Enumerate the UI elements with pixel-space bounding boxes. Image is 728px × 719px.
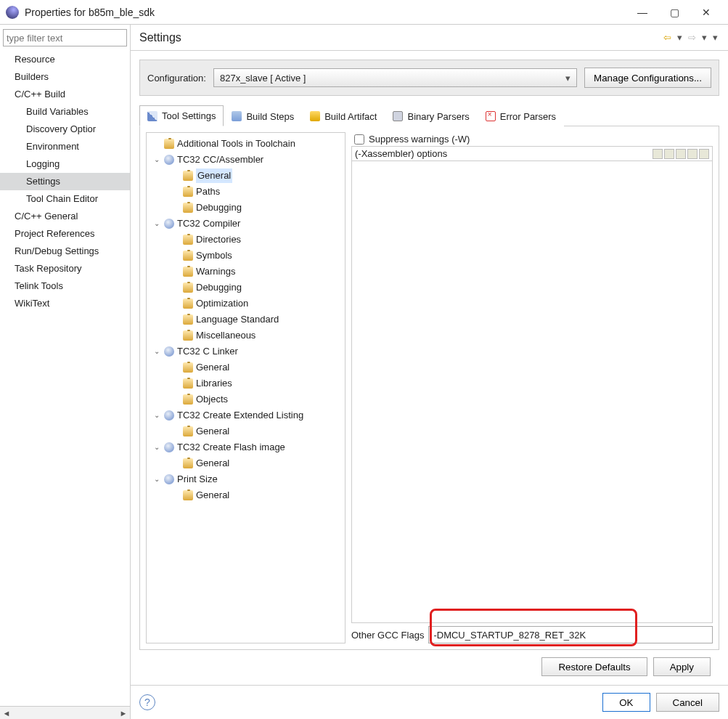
suppress-warnings-checkbox[interactable] xyxy=(354,134,364,145)
tool-node-debugging[interactable]: Debugging xyxy=(150,200,342,216)
tool-node-general[interactable]: General xyxy=(150,360,342,375)
expand-icon[interactable]: ⌄ xyxy=(152,153,161,167)
minimize-button[interactable]: — xyxy=(626,1,658,24)
sidebar-item-discovery-optior[interactable]: Discovery Optior xyxy=(0,121,130,138)
sidebar-item-telink-tools[interactable]: Telink Tools xyxy=(0,277,130,295)
tab-label: Error Parsers xyxy=(500,111,556,122)
other-flags-row: Other GCC Flags -DMCU_STARTUP_8278_RET_3… xyxy=(351,623,713,643)
tool-node-paths[interactable]: Paths xyxy=(150,184,342,200)
close-button[interactable]: ✕ xyxy=(690,1,722,24)
back-menu-icon[interactable]: ▾ xyxy=(676,32,684,43)
forward-menu-icon[interactable]: ▾ xyxy=(700,32,708,43)
apply-button[interactable]: Apply xyxy=(653,657,711,676)
manage-configurations-button[interactable]: Manage Configurations... xyxy=(584,68,711,88)
delete-icon[interactable] xyxy=(664,149,674,159)
tab-build-artifact[interactable]: Build Artifact xyxy=(302,105,385,126)
leaf-icon xyxy=(183,171,193,181)
drop-menu-icon[interactable]: ▾ xyxy=(711,32,719,43)
maximize-button[interactable]: ▢ xyxy=(658,1,690,24)
ic-binary-icon xyxy=(393,111,403,121)
configuration-select[interactable]: 827x_slave [ Active ] xyxy=(213,68,577,87)
sidebar-item-tool-chain-editor[interactable]: Tool Chain Editor xyxy=(0,190,130,208)
leaf-icon xyxy=(183,394,193,405)
tool-node-tc32-create-flash-image[interactable]: ⌄TC32 Create Flash image xyxy=(150,439,342,455)
sidebar-item-logging[interactable]: Logging xyxy=(0,155,130,173)
tab-build-steps[interactable]: Build Steps xyxy=(224,105,302,126)
edit-icon[interactable] xyxy=(676,149,686,159)
leaf-icon xyxy=(183,283,193,293)
sidebar-scrollbar[interactable]: ◄ ► xyxy=(0,706,130,719)
tool-node-general[interactable]: General xyxy=(150,487,342,503)
tab-pane: Additional Tools in Toolchain⌄TC32 CC/As… xyxy=(139,126,719,650)
sidebar-item-c-c-general[interactable]: C/C++ General xyxy=(0,208,130,225)
bottom-buttons: Restore Defaults Apply xyxy=(139,650,719,676)
window-title: Properties for b85m_ble_sdk xyxy=(25,7,626,18)
tool-node-tc32-c-linker[interactable]: ⌄TC32 C Linker xyxy=(150,344,342,360)
scroll-right-icon[interactable]: ► xyxy=(117,709,130,718)
tool-node-libraries[interactable]: Libraries xyxy=(150,375,342,391)
tool-node-additional-tools-in-toolchain[interactable]: Additional Tools in Toolchain xyxy=(150,136,342,152)
tool-node-language-standard[interactable]: Language Standard xyxy=(150,312,342,328)
tool-node-optimization[interactable]: Optimization xyxy=(150,296,342,312)
tool-node-label: General xyxy=(196,488,229,503)
movedown-icon[interactable] xyxy=(699,149,709,159)
expand-icon[interactable]: ⌄ xyxy=(152,216,161,231)
leaf-icon xyxy=(183,426,193,436)
expand-icon[interactable]: ⌄ xyxy=(152,344,161,359)
tool-node-general[interactable]: General xyxy=(150,455,342,471)
leaf-icon xyxy=(183,378,193,389)
group-icon xyxy=(164,410,174,421)
expand-icon[interactable]: ⌄ xyxy=(152,440,161,455)
tool-node-label: Additional Tools in Toolchain xyxy=(177,137,295,151)
back-icon[interactable]: ⇦ xyxy=(662,32,673,43)
xassembler-row: (-Xassembler) options xyxy=(351,146,713,161)
tool-node-general[interactable]: General xyxy=(150,168,342,184)
sidebar-item-resource[interactable]: Resource xyxy=(0,51,130,68)
tab-binary-parsers[interactable]: Binary Parsers xyxy=(385,105,477,126)
tool-node-objects[interactable]: Objects xyxy=(150,391,342,407)
cancel-button[interactable]: Cancel xyxy=(656,693,720,712)
sidebar-item-project-references[interactable]: Project References xyxy=(0,225,130,243)
tool-node-label: Optimization xyxy=(196,296,248,311)
xassembler-listbox[interactable] xyxy=(351,161,713,623)
content-header: Settings ⇦ ▾ ⇨ ▾ ▾ xyxy=(131,25,728,51)
restore-defaults-button[interactable]: Restore Defaults xyxy=(541,657,647,676)
scroll-left-icon[interactable]: ◄ xyxy=(0,709,13,718)
tool-node-tc32-compiler[interactable]: ⌄TC32 Compiler xyxy=(150,216,342,232)
sidebar-item-environment[interactable]: Environment xyxy=(0,138,130,155)
tool-node-tc32-create-extended-listing[interactable]: ⌄TC32 Create Extended Listing xyxy=(150,407,342,423)
tool-node-tc32-cc-assembler[interactable]: ⌄TC32 CC/Assembler xyxy=(150,152,342,168)
tool-node-debugging[interactable]: Debugging xyxy=(150,280,342,296)
expand-icon[interactable]: ⌄ xyxy=(152,408,161,423)
tab-label: Build Artifact xyxy=(324,111,377,122)
sidebar-item-c-c-build[interactable]: C/C++ Build xyxy=(0,86,130,103)
other-flags-input[interactable]: -DMCU_STARTUP_8278_RET_32K xyxy=(428,626,713,643)
tool-node-label: Symbols xyxy=(196,248,232,263)
sidebar-item-build-variables[interactable]: Build Variables xyxy=(0,103,130,121)
tool-node-directories[interactable]: Directories xyxy=(150,232,342,248)
tool-node-warnings[interactable]: Warnings xyxy=(150,264,342,280)
tab-error-parsers[interactable]: Error Parsers xyxy=(478,105,564,126)
tab-tool-settings[interactable]: Tool Settings xyxy=(139,105,224,126)
expand-icon[interactable]: ⌄ xyxy=(152,472,161,487)
help-icon[interactable]: ? xyxy=(139,694,155,710)
group-icon xyxy=(164,219,174,229)
moveup-icon[interactable] xyxy=(687,149,698,159)
sidebar-item-builders[interactable]: Builders xyxy=(0,68,130,86)
ok-button[interactable]: OK xyxy=(602,693,650,712)
sidebar-item-settings[interactable]: Settings xyxy=(0,173,130,190)
leaf-icon xyxy=(183,330,193,341)
sidebar-item-run-debug-settings[interactable]: Run/Debug Settings xyxy=(0,243,130,260)
leaf-icon xyxy=(183,267,193,277)
tool-node-miscellaneous[interactable]: Miscellaneous xyxy=(150,328,342,344)
add-icon[interactable] xyxy=(653,149,663,159)
sidebar-item-wikitext[interactable]: WikiText xyxy=(0,295,130,312)
filter-input[interactable] xyxy=(3,29,127,46)
tool-tree: Additional Tools in Toolchain⌄TC32 CC/As… xyxy=(146,132,345,643)
tool-node-print-size[interactable]: ⌄Print Size xyxy=(150,471,342,487)
tool-node-general[interactable]: General xyxy=(150,423,342,439)
tool-node-symbols[interactable]: Symbols xyxy=(150,248,342,264)
configuration-value: 827x_slave [ Active ] xyxy=(220,73,306,84)
leaf-icon xyxy=(183,458,193,468)
sidebar-item-task-repository[interactable]: Task Repository xyxy=(0,260,130,277)
